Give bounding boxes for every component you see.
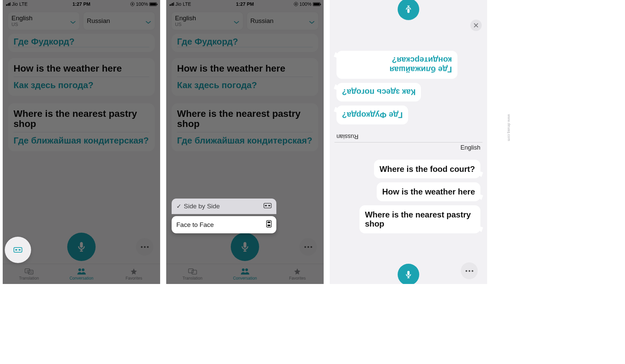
view-mode-button-highlight[interactable] <box>5 237 31 263</box>
status-bar: Jio LTE 1:27 PM 100% <box>166 0 324 8</box>
tab-label: Translation <box>182 276 202 281</box>
translation-bubble[interactable]: Where is the nearest pastry shop Где бли… <box>172 103 318 151</box>
clock-label: 1:27 PM <box>3 1 160 7</box>
view-mode-menu: ✓Side by Side Face to Face <box>172 199 276 233</box>
close-button[interactable] <box>470 20 482 31</box>
tab-conversation[interactable]: Conversation <box>219 264 271 284</box>
translation-bubble[interactable]: How is the weather here Как здесь погода… <box>172 58 318 96</box>
svg-rect-20 <box>265 205 267 206</box>
translation-bubble-partial[interactable]: Где Фудкорд? <box>8 34 155 52</box>
translation-icon <box>188 268 197 275</box>
tab-translation[interactable]: Translation <box>166 264 219 284</box>
source-text: Where is the nearest pastry shop <box>177 109 313 133</box>
menu-item-face-to-face[interactable]: Face to Face <box>172 216 276 233</box>
source-text: Where is the nearest pastry shop <box>14 109 149 133</box>
close-icon <box>473 23 479 28</box>
svg-text:A: A <box>26 269 28 272</box>
svg-rect-10 <box>15 249 17 251</box>
message-bubble[interactable]: Where is the food court? <box>374 160 480 179</box>
more-button[interactable] <box>461 262 478 279</box>
svg-text:文: 文 <box>30 271 33 274</box>
partner-side: Russian Где Фудкорда? Как здесь погода? … <box>330 0 487 142</box>
user-language-label: English <box>460 144 480 151</box>
tab-label: Conversation <box>70 276 94 281</box>
language-pill-target[interactable]: Russian <box>83 12 155 30</box>
svg-rect-16 <box>192 270 197 274</box>
menu-item-label: Face to Face <box>176 221 214 229</box>
tab-favorites[interactable]: Favorites <box>271 264 324 284</box>
more-button[interactable] <box>136 238 153 256</box>
star-icon <box>129 268 138 275</box>
translation-text: Где Фудкорд? <box>177 36 313 47</box>
microphone-button[interactable] <box>67 233 96 261</box>
tab-bar: Translation Conversation Favorites <box>166 264 324 284</box>
message-bubble[interactable]: Где Фудкорда? <box>336 106 408 125</box>
language-selector-row: English US Russian <box>3 8 160 32</box>
source-text: How is the weather here <box>177 63 313 77</box>
message-bubble[interactable]: Как здесь погода? <box>336 83 421 102</box>
menu-item-label: Side by Side <box>184 203 220 210</box>
svg-rect-27 <box>407 9 410 13</box>
conversation-scroll[interactable]: Где Фудкорд? How is the weather here Как… <box>3 32 160 151</box>
message-bubble[interactable]: Where is the nearest pastry shop <box>359 205 480 233</box>
menu-item-side-by-side[interactable]: ✓Side by Side <box>172 199 276 214</box>
svg-rect-11 <box>19 249 21 251</box>
tab-favorites[interactable]: Favorites <box>108 264 160 284</box>
side-by-side-icon <box>264 203 272 210</box>
source-text: How is the weather here <box>14 63 149 77</box>
bottom-controls <box>166 233 324 261</box>
svg-point-7 <box>78 268 81 271</box>
more-button[interactable] <box>299 238 317 256</box>
translation-text: Где Фудкорд? <box>14 36 149 47</box>
target-language: Russian <box>87 18 110 24</box>
clock-label: 1:27 PM <box>166 1 324 7</box>
partner-microphone-button[interactable] <box>398 0 419 20</box>
microphone-button[interactable] <box>231 233 259 261</box>
conversation-icon <box>241 268 249 275</box>
svg-point-17 <box>242 268 245 271</box>
tab-translation[interactable]: A文 Translation <box>3 264 55 284</box>
translation-bubble[interactable]: How is the weather here Как здесь погода… <box>8 58 155 96</box>
svg-rect-0 <box>80 242 83 248</box>
partner-language-label: Russian <box>336 133 358 140</box>
tab-label: Favorites <box>289 276 306 281</box>
microphone-icon <box>239 241 251 253</box>
language-pill-source[interactable]: English US <box>172 12 243 30</box>
ellipsis-icon <box>304 246 312 248</box>
checkmark-icon: ✓ <box>176 203 182 210</box>
translation-text: Как здесь погода? <box>14 77 149 90</box>
source-region: US <box>11 22 32 27</box>
side-by-side-icon <box>13 246 23 253</box>
language-pill-source[interactable]: English US <box>8 12 79 30</box>
status-bar: Jio LTE 1:27 PM 100% <box>3 0 160 8</box>
chevron-down-icon <box>70 19 76 23</box>
language-pill-target[interactable]: Russian <box>247 12 318 30</box>
tab-conversation[interactable]: Conversation <box>55 264 107 284</box>
svg-rect-15 <box>189 269 193 273</box>
chevron-down-icon <box>233 19 240 23</box>
tab-bar: A文 Translation Conversation Favorites <box>3 264 160 284</box>
user-microphone-button[interactable] <box>398 264 419 284</box>
star-icon <box>293 268 302 275</box>
svg-rect-24 <box>268 225 270 226</box>
source-region: US <box>175 22 196 27</box>
message-bubble[interactable]: Где ближайшая кондитерская? <box>336 51 457 79</box>
tab-label: Conversation <box>233 276 257 281</box>
microphone-icon <box>76 241 87 253</box>
screenshot-view-menu: Jio LTE 1:27 PM 100% English US Russian <box>166 0 324 284</box>
conversation-scroll[interactable]: Где Фудкорд? How is the weather here Как… <box>166 32 324 151</box>
translation-bubble-partial[interactable]: Где Фудкорд? <box>172 34 318 52</box>
svg-rect-12 <box>244 242 247 248</box>
message-bubble[interactable]: How is the weather here <box>377 182 480 201</box>
chevron-down-icon <box>309 19 315 23</box>
translation-text: Как здесь погода? <box>177 77 313 90</box>
svg-rect-9 <box>14 248 22 252</box>
ellipsis-icon <box>141 246 149 248</box>
screenshot-face-to-face: Russian Где Фудкорда? Как здесь погода? … <box>330 0 487 284</box>
translation-text: Где ближайшая кондитерская? <box>177 132 313 146</box>
watermark: www.deuaq.com <box>507 114 511 141</box>
translation-bubble[interactable]: Where is the nearest pastry shop Где бли… <box>8 103 155 151</box>
svg-rect-23 <box>268 222 270 223</box>
face-to-face-icon <box>266 220 272 229</box>
chevron-down-icon <box>145 19 151 23</box>
